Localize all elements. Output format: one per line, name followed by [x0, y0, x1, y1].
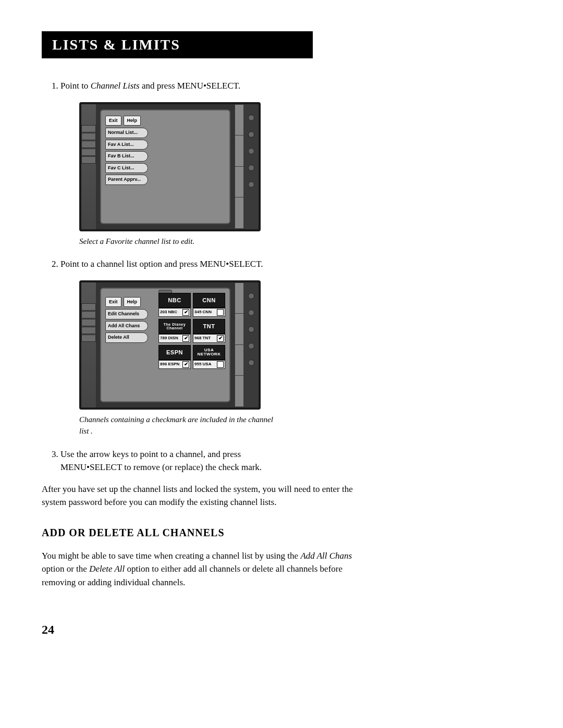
tv1-tab-fav-b[interactable]: Fav B List... — [105, 151, 148, 162]
step-2: Point to a channel list option and press… — [60, 257, 354, 437]
channel-num: 789 — [160, 336, 167, 340]
step-1-italic: Channel Lists — [91, 81, 140, 91]
channel-code: NBC — [168, 310, 177, 314]
add-delete-all-heading: ADD OR DELETE ALL CHANNELS — [42, 525, 354, 540]
tv2-tab-edit-channels[interactable]: Edit Channels — [105, 309, 148, 319]
step-3-line-a: Use the arrow keys to point to a channel… — [60, 449, 241, 459]
page-number: 24 — [42, 620, 354, 639]
tv1-tab-fav-a[interactable]: Fav A List... — [105, 140, 148, 150]
tv1-screen: Exit Help Normal List... Fav A List... F… — [100, 109, 230, 224]
figure-2-caption: Channels containing a checkmark are incl… — [79, 414, 277, 437]
figure-1-caption: Select a Favorite channel list to edit. — [79, 236, 277, 248]
channel-code: CNN — [203, 310, 212, 314]
sub-para-pre: You might be able to save time when crea… — [42, 551, 300, 561]
sub-para-mid: option or the — [42, 564, 89, 574]
channel-code: ESPN — [168, 362, 180, 366]
tv1-tab-normal-list[interactable]: Normal List... — [105, 128, 148, 138]
step-1-post: and press MENU•SELECT. — [140, 81, 241, 91]
tv2-help-button[interactable]: Help — [124, 297, 141, 307]
channel-tnt[interactable]: TNT 968 TNT✔ — [193, 319, 225, 343]
tv1-help-button[interactable]: Help — [124, 116, 141, 126]
tv2-channel-grid: NBC 203 NBC✔ CNN 345 CNN The Disney Chan… — [158, 293, 225, 397]
figure-1-tv: Exit Help Normal List... Fav A List... F… — [79, 102, 261, 231]
channel-code: TNT — [203, 336, 211, 340]
checkmark-icon[interactable]: ✔ — [182, 361, 189, 368]
checkbox-empty-icon[interactable] — [217, 309, 224, 316]
figure-2-tv: Exit Help Edit Channels Add All Chans De… — [79, 280, 261, 410]
sub-para-i1: Add All Chans — [300, 551, 352, 561]
tv1-tab-fav-c[interactable]: Fav C List... — [105, 163, 148, 174]
step-1: Point to Channel Lists and press MENU•SE… — [60, 79, 354, 247]
channel-usa[interactable]: USA NETWORK 955 USA — [193, 345, 225, 369]
channel-num: 955 — [194, 362, 201, 366]
channel-logo: TNT — [193, 319, 225, 334]
channel-nbc[interactable]: NBC 203 NBC✔ — [158, 293, 191, 317]
tv2-left-bezel — [81, 282, 96, 408]
tv2-tab-add-all-chans[interactable]: Add All Chans — [105, 321, 148, 331]
tv2-side-panel — [235, 282, 244, 408]
channel-num: 968 — [194, 336, 201, 340]
channel-code: DISN — [168, 336, 178, 340]
tv1-side-panel — [235, 104, 244, 229]
channel-cnn[interactable]: CNN 345 CNN — [193, 293, 225, 317]
checkmark-icon[interactable]: ✔ — [182, 335, 189, 342]
step-2-text: Point to a channel list option and press… — [60, 259, 263, 269]
tv2-right-bezel — [244, 282, 259, 408]
channel-logo: USA NETWORK — [193, 345, 225, 360]
channel-disney[interactable]: The Disney Channel 789 DISN✔ — [158, 319, 191, 343]
add-delete-all-paragraph: You might be able to save time when crea… — [42, 549, 354, 589]
checkmark-icon[interactable]: ✔ — [217, 335, 224, 342]
tv1-left-bezel — [81, 104, 96, 229]
channel-logo: ESPN — [158, 345, 191, 360]
tv2-exit-button[interactable]: Exit — [105, 297, 121, 307]
channel-espn[interactable]: ESPN 896 ESPN✔ — [158, 345, 191, 369]
channel-num: 203 — [160, 310, 167, 314]
main-content: Point to Channel Lists and press MENU•SE… — [42, 79, 354, 639]
step-1-pre: Point to — [60, 81, 91, 91]
sub-para-i2: Delete All — [89, 564, 125, 574]
channel-code: USA — [203, 362, 212, 366]
checkmark-icon[interactable]: ✔ — [182, 309, 189, 316]
step-3-line-b: MENU•SELECT to remove (or replace) the c… — [60, 462, 262, 472]
body-paragraph: After you have set up the channel lists … — [42, 483, 354, 509]
step-3: Use the arrow keys to point to a channel… — [60, 448, 354, 474]
tv2-screen: Exit Help Edit Channels Add All Chans De… — [100, 288, 230, 402]
channel-logo: CNN — [193, 293, 225, 308]
page-header: LISTS & LIMITS — [42, 31, 313, 58]
tv1-exit-button[interactable]: Exit — [105, 116, 121, 126]
channel-num: 896 — [160, 362, 167, 366]
channel-logo: The Disney Channel — [158, 319, 191, 334]
tv1-tab-parent-apprv[interactable]: Parent Apprv... — [105, 175, 148, 185]
channel-num: 345 — [194, 310, 201, 314]
tv2-tab-delete-all[interactable]: Delete All — [105, 332, 148, 343]
channel-logo: NBC — [158, 293, 191, 308]
tv1-right-bezel — [244, 104, 259, 229]
checkbox-empty-icon[interactable] — [217, 361, 224, 368]
